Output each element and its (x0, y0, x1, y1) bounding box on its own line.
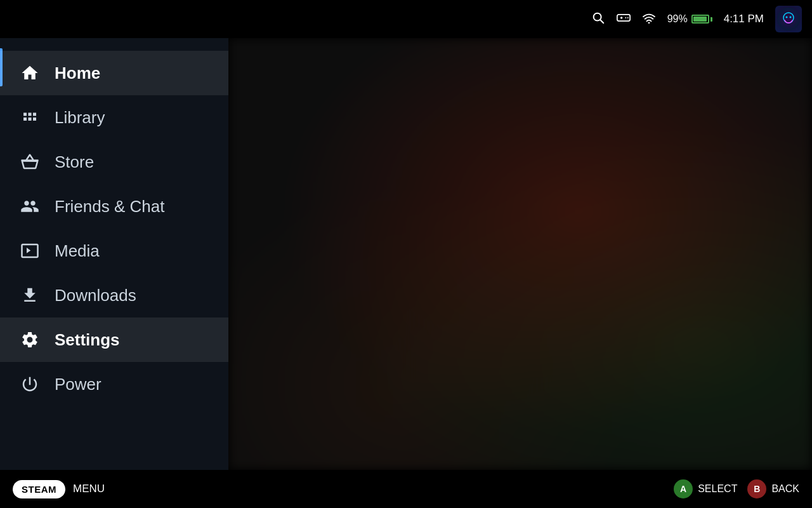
library-icon (19, 107, 41, 128)
sidebar-item-friends-label: Friends & Chat (55, 198, 164, 215)
friends-icon (19, 196, 41, 217)
sidebar-item-settings-label: Settings (55, 331, 120, 348)
bottom-right: A SELECT B BACK (674, 479, 799, 498)
menu-label: MENU (73, 483, 105, 495)
downloads-icon (19, 284, 41, 306)
sidebar-item-settings[interactable]: Settings (0, 318, 228, 362)
top-bar-icons: 99% 4:11 PM (591, 6, 802, 32)
sidebar-item-downloads[interactable]: Downloads (0, 273, 228, 318)
search-icon[interactable] (591, 11, 605, 28)
svg-point-11 (790, 17, 792, 18)
a-button[interactable]: A (674, 479, 693, 498)
store-icon (19, 151, 41, 173)
select-label: SELECT (698, 483, 737, 495)
time-display: 4:11 PM (724, 13, 764, 25)
svg-point-7 (648, 22, 650, 23)
background-art (228, 38, 812, 470)
media-icon (19, 240, 41, 262)
back-hint: B BACK (747, 479, 799, 498)
sidebar-item-library-label: Library (55, 109, 105, 126)
avatar[interactable] (775, 6, 802, 32)
svg-line-1 (600, 20, 603, 23)
signal-icon (642, 12, 656, 27)
sidebar-item-media[interactable]: Media (0, 229, 228, 273)
sidebar-item-power-label: Power (55, 376, 102, 392)
sidebar-item-friends[interactable]: Friends & Chat (0, 184, 228, 229)
sidebar-item-home-label: Home (55, 65, 100, 81)
sidebar-item-media-label: Media (55, 243, 100, 259)
power-icon (19, 373, 41, 395)
svg-rect-5 (625, 17, 626, 18)
top-bar: 99% 4:11 PM (0, 0, 812, 38)
settings-icon (19, 329, 41, 351)
main-content: Home Library Store Friends & Chat (0, 38, 812, 470)
sidebar-item-downloads-label: Downloads (55, 287, 136, 304)
svg-point-10 (786, 17, 788, 18)
controller-icon[interactable] (617, 12, 631, 27)
svg-point-8 (777, 8, 800, 30)
battery-section: 99% (667, 13, 712, 25)
home-icon (19, 62, 41, 84)
sidebar-item-library[interactable]: Library (0, 95, 228, 140)
back-label: BACK (771, 483, 799, 495)
sidebar-item-home[interactable]: Home (0, 51, 228, 95)
battery-percent-label: 99% (667, 13, 688, 25)
bottom-bar: STEAM MENU A SELECT B BACK (0, 470, 812, 508)
bottom-left: STEAM MENU (13, 480, 105, 498)
sidebar: Home Library Store Friends & Chat (0, 38, 228, 470)
b-button[interactable]: B (747, 479, 766, 498)
sidebar-item-store-label: Store (55, 154, 94, 170)
battery-icon (691, 15, 712, 23)
steam-button[interactable]: STEAM (13, 480, 65, 498)
select-hint: A SELECT (674, 479, 737, 498)
sidebar-item-power[interactable]: Power (0, 362, 228, 406)
sidebar-item-store[interactable]: Store (0, 140, 228, 184)
svg-rect-6 (627, 17, 629, 18)
